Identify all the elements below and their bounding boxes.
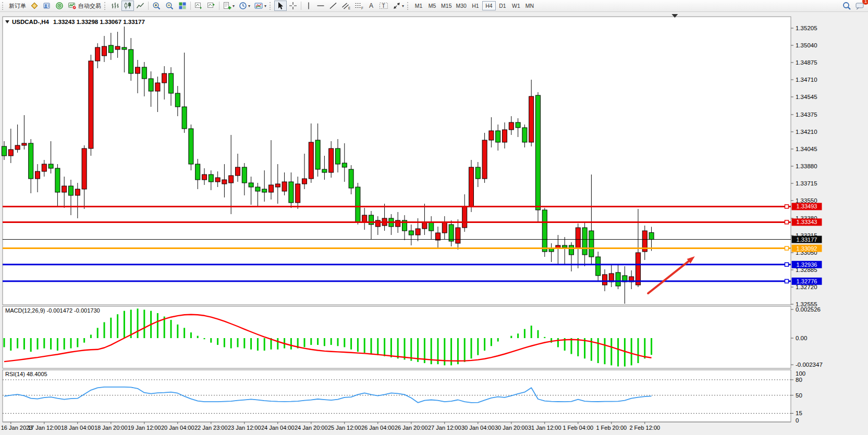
candle-21: [142, 67, 146, 79]
line-chart-type-icon[interactable]: [134, 1, 146, 11]
candle-69: [462, 207, 467, 228]
candle-49: [329, 148, 334, 172]
candle-32: [215, 178, 220, 182]
candle-19: [129, 49, 133, 73]
svg-text:0.002526: 0.002526: [796, 306, 821, 313]
fibonacci-tool-icon[interactable]: F: [352, 1, 365, 11]
data-window-icon[interactable]: [41, 1, 53, 11]
arrows-tool-icon[interactable]: ▾: [390, 1, 406, 11]
new-chart-icon[interactable]: ▾: [221, 1, 237, 11]
svg-text:22 Jan 23:00: 22 Jan 23:00: [194, 425, 228, 431]
toolbar-grip[interactable]: [2, 2, 5, 10]
candle-84: [563, 245, 567, 247]
horizontal-line-tool-icon[interactable]: [314, 1, 327, 11]
candle-48: [322, 169, 327, 172]
candle-75: [503, 130, 507, 142]
toolbar-grip[interactable]: [407, 2, 410, 10]
auto-scroll-icon[interactable]: [192, 1, 205, 11]
template-icon[interactable]: ▾: [252, 1, 268, 11]
candle-16: [108, 45, 113, 53]
candle-39: [262, 189, 267, 192]
chart-canvas[interactable]: 1.352051.350401.348751.347101.345451.343…: [0, 0, 868, 435]
equidistant-channel-tool-icon[interactable]: E: [339, 1, 352, 11]
chart-collapse-icon[interactable]: [5, 20, 9, 23]
chart-shift-icon[interactable]: [205, 1, 217, 11]
svg-text:1.33715: 1.33715: [796, 180, 817, 187]
timeframe-button-M5[interactable]: M5: [425, 1, 439, 10]
zoom-in-icon[interactable]: [150, 1, 163, 11]
candle-62: [415, 229, 420, 235]
candle-74: [496, 131, 500, 142]
svg-text:20 Jan 04:00: 20 Jan 04:00: [161, 425, 194, 431]
candle-89: [596, 257, 601, 276]
svg-text:0: 0: [796, 417, 799, 424]
candle-52: [349, 169, 353, 188]
svg-text:1 Feb 04:00: 1 Feb 04:00: [563, 425, 593, 431]
svg-text:19 Jan 12:00: 19 Jan 12:00: [128, 425, 161, 431]
svg-text:1.35205: 1.35205: [796, 25, 817, 31]
candlestick-chart-type-icon[interactable]: [121, 1, 134, 11]
candle-33: [222, 180, 227, 184]
candle-85: [569, 245, 574, 255]
tile-windows-icon[interactable]: [176, 1, 189, 11]
candle-71: [475, 167, 480, 179]
toolbar: 新订单 自动交易: [0, 0, 868, 12]
candle-51: [342, 163, 347, 167]
candle-15: [102, 46, 107, 56]
candle-45: [302, 179, 307, 184]
crosshair-tool-icon[interactable]: [287, 1, 299, 11]
candle-50: [336, 148, 340, 164]
candle-97: [649, 232, 654, 239]
timeframe-button-H4[interactable]: H4: [482, 1, 496, 10]
candle-68: [456, 228, 460, 243]
trendline-tool-icon[interactable]: [327, 1, 339, 11]
svg-text:27 Jan 12:00: 27 Jan 12:00: [428, 425, 461, 431]
toolbar-grip[interactable]: [104, 2, 107, 10]
candle-12: [82, 148, 87, 189]
candle-87: [582, 228, 587, 255]
timeframe-button-W1[interactable]: W1: [509, 1, 523, 10]
timeframe-button-H1[interactable]: H1: [469, 1, 482, 10]
search-icon[interactable]: [840, 1, 853, 11]
candle-92: [616, 272, 620, 286]
candle-14: [95, 47, 100, 61]
candle-1: [8, 150, 13, 156]
timeframe-button-M30[interactable]: M30: [454, 1, 469, 10]
timeframe-button-D1[interactable]: D1: [496, 1, 509, 10]
svg-text:100: 100: [796, 370, 805, 377]
svg-text:1.34375: 1.34375: [796, 111, 817, 118]
candle-8: [55, 168, 60, 192]
candle-36: [242, 167, 247, 183]
price-badge-1.33493: 1.33493: [792, 203, 822, 210]
notification-badge[interactable]: 1: [862, 0, 868, 5]
svg-text:1.33493: 1.33493: [797, 203, 817, 209]
candle-37: [249, 183, 253, 187]
timeframe-button-MN[interactable]: MN: [523, 1, 536, 10]
navigator-icon[interactable]: [53, 1, 66, 11]
period-clock-icon[interactable]: ▾: [237, 1, 252, 11]
new-order-button[interactable]: 新订单: [7, 1, 28, 11]
timeframe-button-M15[interactable]: M15: [439, 1, 454, 10]
toolbar-separator: [190, 2, 191, 10]
market-watch-icon[interactable]: [28, 1, 41, 11]
toolbar-separator: [148, 2, 149, 10]
svg-text:1.34875: 1.34875: [796, 59, 817, 66]
candle-80: [536, 95, 541, 210]
toolbar-grip[interactable]: [270, 2, 272, 10]
price-badge-1.32776: 1.32776: [792, 278, 822, 285]
auto-trading-button[interactable]: 自动交易: [66, 1, 103, 11]
cursor-tool-icon[interactable]: [274, 1, 287, 11]
candle-78: [522, 128, 527, 142]
vertical-line-tool-icon[interactable]: [303, 1, 314, 11]
text-label-tool-icon[interactable]: T: [377, 1, 390, 11]
bar-chart-type-icon[interactable]: [109, 1, 121, 11]
svg-text:1.32936: 1.32936: [797, 262, 817, 268]
candle-73: [489, 131, 494, 140]
zoom-out-icon[interactable]: [163, 1, 176, 11]
svg-text:1.34545: 1.34545: [796, 94, 817, 100]
candle-3: [22, 143, 27, 145]
text-tool-icon[interactable]: A: [365, 1, 377, 11]
svg-text:1 Feb 20:00: 1 Feb 20:00: [596, 425, 627, 431]
timeframe-button-M1[interactable]: M1: [412, 1, 425, 10]
svg-text:1.34710: 1.34710: [796, 77, 817, 83]
